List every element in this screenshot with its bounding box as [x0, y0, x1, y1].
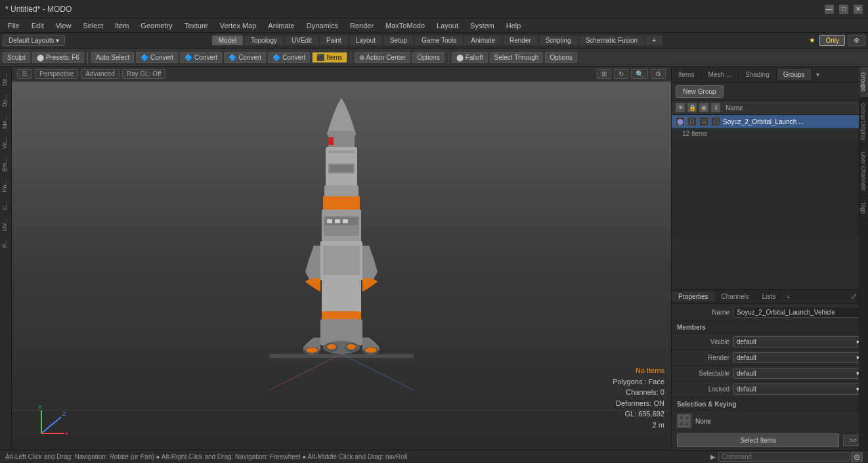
sidebar-tab-em[interactable]: Em...: [0, 154, 11, 175]
prop-tab-properties[interactable]: Properties: [672, 292, 715, 301]
advanced-btn[interactable]: Advanced: [81, 69, 119, 79]
render-dropdown[interactable]: default ▾: [733, 352, 863, 363]
options-btn-1[interactable]: Options: [412, 52, 444, 63]
select-through-button[interactable]: Select Through: [490, 52, 544, 63]
tab-setup[interactable]: Setup: [383, 35, 414, 45]
menu-select[interactable]: Select: [77, 20, 108, 31]
svg-rect-13: [335, 219, 340, 223]
prop-tab-lists[interactable]: Lists: [756, 292, 783, 301]
sidebar-tab-p[interactable]: P...: [0, 236, 11, 252]
viewport[interactable]: ☰ Perspective Advanced Ray GL: Off ⊞ ↻ 🔍…: [12, 67, 671, 450]
sidebar-tab-me[interactable]: Me...: [0, 112, 11, 133]
locked-dropdown[interactable]: default ▾: [733, 384, 863, 395]
svg-rect-6: [330, 165, 353, 172]
falloff-button[interactable]: ⬤ Falloff: [452, 52, 488, 63]
menu-view[interactable]: View: [51, 20, 77, 31]
tab-render[interactable]: Render: [503, 35, 538, 45]
viewport-settings-btn[interactable]: ⚙: [651, 69, 666, 79]
viewport-menu-btn[interactable]: ☰: [17, 69, 32, 79]
menu-item[interactable]: Item: [110, 20, 134, 31]
tab-schematic-fusion[interactable]: Schematic Fusion: [579, 35, 644, 45]
sidebar-tab-ve[interactable]: Ve...: [0, 133, 11, 153]
sidebar-tab-c[interactable]: C...: [0, 197, 11, 214]
side-tab-user-channels[interactable]: User Channels: [859, 146, 868, 197]
menu-texture[interactable]: Texture: [179, 20, 213, 31]
tab-paint[interactable]: Paint: [320, 35, 348, 45]
convert-btn-3[interactable]: 🔷Convert: [224, 52, 266, 63]
sidebar-tab-po[interactable]: Po...: [0, 176, 11, 196]
menu-file[interactable]: File: [3, 20, 25, 31]
tab-animate[interactable]: Animate: [464, 35, 502, 45]
side-tab-group-display[interactable]: Group Display: [859, 98, 868, 146]
new-group-button[interactable]: New Group: [676, 85, 724, 98]
menu-geometry[interactable]: Geometry: [135, 20, 177, 31]
minimize-button[interactable]: —: [825, 5, 834, 14]
deformers-text: Deformers: ON: [613, 398, 664, 409]
sidebar-tab-uv[interactable]: UV...: [0, 215, 11, 235]
presets-button[interactable]: ⬤ Presets: F6: [32, 52, 84, 63]
side-tab-groups[interactable]: Groups: [859, 67, 868, 98]
toolbar: Sculpt ⬤ Presets: F6 Auto Select 🔷Conver…: [0, 49, 868, 67]
members-section-header: Members: [672, 321, 868, 334]
sidebar-tab-du[interactable]: Du...: [0, 91, 11, 111]
ray-off-btn[interactable]: Ray GL: Off: [122, 69, 166, 79]
settings-button[interactable]: ⚙: [848, 35, 865, 46]
group-visibility-icon: ⬤: [676, 117, 685, 126]
tab-game-tools[interactable]: Game Tools: [415, 35, 463, 45]
svg-rect-2: [328, 137, 334, 145]
select-items-button[interactable]: Select Items: [677, 433, 839, 447]
menu-bar: File Edit View Select Item Geometry Text…: [0, 18, 868, 33]
only-button[interactable]: Only: [819, 35, 845, 46]
tab-groups[interactable]: Groups: [777, 69, 812, 80]
default-layouts-dropdown[interactable]: Default Layouts ▾: [3, 35, 65, 46]
convert-btn-2[interactable]: 🔷Convert: [180, 52, 222, 63]
tab-add[interactable]: +: [645, 35, 662, 45]
visible-dropdown[interactable]: default ▾: [733, 336, 863, 347]
tab-items[interactable]: Items: [672, 69, 701, 80]
tab-dropdown[interactable]: ▾: [812, 69, 823, 80]
menu-layout[interactable]: Layout: [431, 20, 464, 31]
menu-vertex-map[interactable]: Vertex Map: [215, 20, 262, 31]
items-button[interactable]: ⬛ Items: [312, 52, 347, 63]
selectable-dropdown[interactable]: default ▾: [733, 368, 863, 379]
tab-shading[interactable]: Shading: [739, 69, 777, 80]
perspective-btn[interactable]: Perspective: [35, 69, 78, 79]
svg-rect-16: [323, 246, 360, 275]
tab-uvedit[interactable]: UVEdit: [285, 35, 318, 45]
side-tab-tags[interactable]: Tags: [859, 196, 868, 220]
menu-maxtomodo[interactable]: MaxToModo: [380, 20, 430, 31]
prop-tab-channels[interactable]: Channels: [715, 292, 756, 301]
menu-edit[interactable]: Edit: [26, 20, 49, 31]
menu-dynamics[interactable]: Dynamics: [301, 20, 343, 31]
prop-tab-add[interactable]: +: [782, 292, 794, 302]
tab-layout[interactable]: Layout: [349, 35, 382, 45]
options-btn-2[interactable]: Options: [545, 52, 576, 63]
menu-help[interactable]: Help: [501, 20, 527, 31]
close-button[interactable]: ✕: [854, 5, 863, 14]
groups-list: ⬤ □ □ □ Soyuz_2_Orbital_Launch ... 12 It…: [672, 115, 868, 289]
convert-btn-1[interactable]: 🔷Convert: [136, 52, 178, 63]
group-item-soyuz[interactable]: ⬤ □ □ □ Soyuz_2_Orbital_Launch ...: [672, 115, 868, 129]
command-input[interactable]: [718, 452, 850, 462]
menu-animate[interactable]: Animate: [263, 20, 299, 31]
maximize-button[interactable]: □: [839, 5, 848, 14]
viewport-rotate-btn[interactable]: ↻: [614, 69, 628, 79]
command-run-button[interactable]: ⊙: [851, 452, 863, 462]
tab-scripting[interactable]: Scripting: [539, 35, 578, 45]
viewport-fit-btn[interactable]: ⊞: [597, 69, 611, 79]
menu-render[interactable]: Render: [345, 20, 379, 31]
tab-mesh[interactable]: Mesh ...: [701, 69, 739, 80]
info-icon: ℹ: [711, 103, 720, 112]
sidebar-tab-de[interactable]: De...: [0, 70, 11, 90]
viewport-zoom-btn[interactable]: 🔍: [631, 69, 648, 79]
tab-model[interactable]: Model: [212, 35, 243, 45]
menu-system[interactable]: System: [465, 20, 500, 31]
tab-topology[interactable]: Topology: [244, 35, 284, 45]
viewport-canvas[interactable]: No Items Polygons : Face Channels: 0 Def…: [12, 81, 671, 450]
convert-btn-4[interactable]: 🔷Convert: [268, 52, 310, 63]
action-center-button[interactable]: ⊕ Action Center: [355, 52, 411, 63]
name-input[interactable]: [733, 307, 863, 318]
auto-select-button[interactable]: Auto Select: [91, 52, 134, 63]
svg-text:X: X: [65, 430, 68, 437]
sculpt-button[interactable]: Sculpt: [3, 52, 30, 63]
